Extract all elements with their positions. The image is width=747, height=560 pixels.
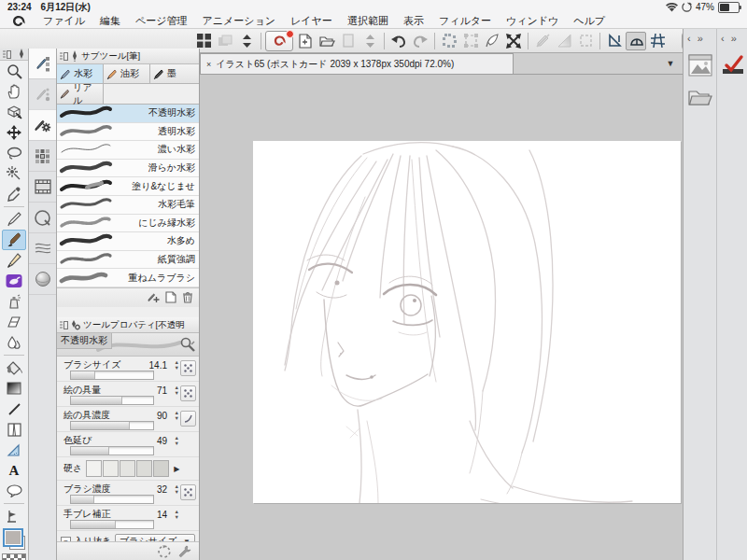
finish-check-icon[interactable]	[720, 53, 746, 77]
quick-access-palette-icon[interactable]	[29, 203, 56, 233]
spinner[interactable]: ▲▼	[175, 483, 179, 495]
spinner[interactable]: ▲▼	[175, 410, 179, 421]
tab-real[interactable]: リアル	[57, 84, 104, 104]
menu-selection[interactable]: 選択範囲	[340, 14, 396, 28]
page-updown-icon[interactable]	[359, 32, 380, 50]
wrench-icon[interactable]	[178, 545, 191, 558]
brush-item[interactable]: 透明水彩	[57, 123, 199, 142]
colorset-palette-icon[interactable]	[29, 141, 56, 172]
hardness-step[interactable]	[103, 460, 119, 477]
snap-special-ruler-icon[interactable]	[626, 32, 646, 50]
menu-edit[interactable]: 編集	[92, 14, 128, 28]
quill-icon[interactable]	[482, 32, 502, 50]
undo-icon[interactable]	[388, 32, 409, 50]
trash-icon[interactable]	[182, 291, 193, 303]
pressure-curve-button[interactable]	[180, 411, 196, 427]
navigator-palette-icon[interactable]	[687, 53, 713, 77]
gradient-tool[interactable]	[2, 378, 26, 399]
menu-page[interactable]: ページ管理	[128, 14, 195, 28]
hardness-step[interactable]	[86, 460, 102, 477]
hardness-row[interactable]: 硬さ ▶	[57, 457, 199, 481]
eraser-tool[interactable]	[2, 312, 26, 332]
brush-tool-selected[interactable]	[2, 230, 26, 250]
figure-line-tool[interactable]	[2, 399, 26, 419]
tab-list-dropdown-icon[interactable]: ▼	[658, 53, 683, 74]
auto-select-wand-tool[interactable]	[2, 163, 26, 184]
snap-ruler-icon[interactable]	[604, 32, 625, 50]
transform-frame-icon[interactable]	[460, 32, 481, 50]
ruler-tool[interactable]	[2, 440, 26, 460]
canvas[interactable]	[253, 141, 681, 503]
workspace-grid-icon[interactable]	[193, 32, 214, 50]
fill-bucket-tool[interactable]	[2, 357, 26, 378]
slider-bar[interactable]	[70, 495, 154, 504]
collapse-left-icon[interactable]: ‹ »	[687, 33, 705, 44]
no-edit-icon[interactable]	[532, 32, 553, 50]
brush-settings-palette-icon[interactable]	[29, 110, 56, 141]
menu-animation[interactable]: アニメーション	[195, 14, 284, 28]
slider-brush-size[interactable]: ブラシサイズ 14.1 ▲▼	[57, 357, 199, 382]
subtool-panel-header[interactable]: サブツール[筆]	[57, 49, 199, 64]
decoration-tool[interactable]	[2, 271, 26, 291]
hardness-step[interactable]	[136, 460, 152, 477]
brush-item[interactable]: にじみ縁水彩	[57, 215, 199, 233]
tab-oil[interactable]: 油彩	[104, 64, 150, 84]
menu-file[interactable]: ファイル	[35, 14, 92, 28]
collapse-right-icon[interactable]: ‹ »	[721, 33, 739, 44]
toolproperty-palette-icon[interactable]	[29, 79, 56, 110]
slider-bar[interactable]	[70, 520, 154, 529]
stroke-palette-icon[interactable]	[29, 233, 56, 264]
new-file-icon[interactable]	[295, 32, 316, 50]
timeline-palette-icon[interactable]	[29, 172, 56, 203]
slider-stabilization[interactable]: 手ブレ補正 14 ▲▼	[57, 506, 199, 531]
scale-rotate-icon[interactable]	[503, 32, 524, 50]
clip-studio-button[interactable]	[265, 31, 293, 51]
canvas-workspace[interactable]	[200, 75, 683, 560]
reset-settings-icon[interactable]	[158, 545, 171, 558]
menu-view[interactable]: 表示	[396, 14, 431, 28]
material-folder-icon[interactable]	[687, 85, 713, 109]
brush-item[interactable]: 紙質強調	[57, 251, 199, 270]
pencil-tool[interactable]	[2, 250, 26, 271]
brush-item[interactable]: 重ねムラブラシ	[57, 269, 199, 287]
dynamics-button[interactable]	[180, 484, 196, 500]
brush-item[interactable]: 濃い水彩	[57, 141, 199, 160]
gradient-lock-icon[interactable]	[554, 32, 574, 50]
menu-filter[interactable]: フィルター	[431, 14, 499, 28]
snap-grid-icon[interactable]	[647, 32, 668, 50]
slider-paint-density[interactable]: 絵の具濃度 90 ▲▼	[57, 407, 199, 432]
selection-area-icon[interactable]	[575, 32, 596, 50]
selection-lasso-tool[interactable]	[2, 143, 26, 163]
eyedropper-tool[interactable]	[2, 184, 26, 204]
blend-tool[interactable]	[2, 332, 26, 353]
operation-tool[interactable]	[2, 102, 26, 122]
brush-item[interactable]: 水彩毛筆	[57, 196, 199, 215]
color-swatches[interactable]	[2, 528, 26, 551]
new-subtool-icon[interactable]	[165, 291, 176, 303]
brush-item[interactable]: 塗り&なじませ	[57, 177, 199, 196]
slider-bar[interactable]	[70, 371, 154, 380]
brush-item[interactable]: 水多め	[57, 232, 199, 251]
text-tool[interactable]: A	[2, 460, 26, 481]
tool-property-header[interactable]: ツールプロパティ[不透明	[57, 317, 199, 333]
move-layer-tool[interactable]	[2, 122, 26, 143]
blank-page-icon[interactable]	[338, 32, 359, 50]
tab-ink[interactable]: 墨	[150, 64, 199, 84]
main-color-swatch[interactable]	[3, 528, 23, 547]
brush-item[interactable]: 滑らか水彩	[57, 160, 199, 178]
menu-layer[interactable]: レイヤー	[283, 14, 340, 28]
spinner[interactable]: ▲▼	[175, 385, 179, 396]
slider-color-stretch[interactable]: 色延び 49 ▲▼	[57, 432, 199, 457]
frame-border-tool[interactable]	[2, 419, 26, 440]
slider-paint-amount[interactable]: 絵の具量 71 ▲▼	[57, 382, 199, 407]
material-palette-icon[interactable]	[29, 264, 56, 295]
spinner[interactable]: ▲▼	[175, 509, 179, 520]
subtool-palette-icon[interactable]	[29, 49, 56, 79]
balloon-tool[interactable]	[2, 481, 26, 501]
dynamics-button[interactable]	[180, 385, 196, 401]
slider-bar[interactable]	[70, 421, 154, 430]
zoom-tool[interactable]	[2, 61, 26, 81]
deselect-icon[interactable]	[439, 32, 459, 50]
hardness-step[interactable]	[153, 460, 169, 477]
tab-close-icon[interactable]: ×	[206, 60, 211, 69]
